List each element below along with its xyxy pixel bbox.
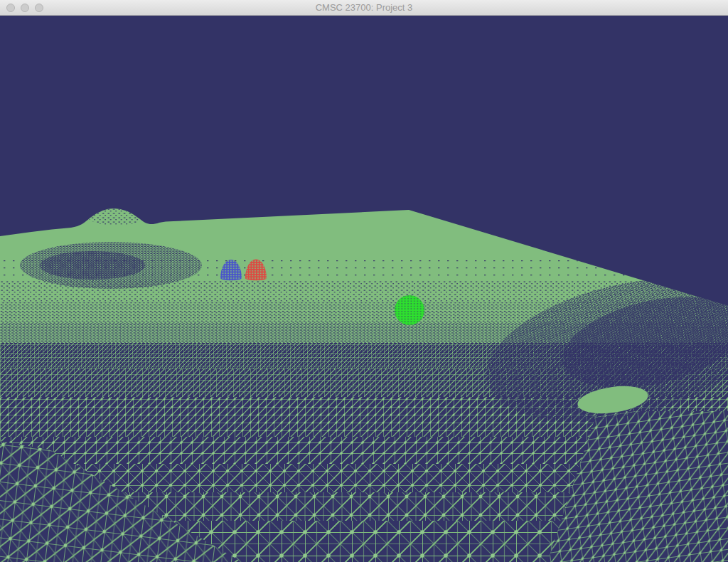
- green-sphere: [395, 295, 424, 325]
- zoom-button[interactable]: [35, 4, 43, 12]
- minimize-button[interactable]: [21, 4, 29, 12]
- app-window: CMSC 23700: Project 3: [0, 0, 728, 562]
- opengl-viewport[interactable]: [0, 16, 728, 562]
- titlebar[interactable]: CMSC 23700: Project 3: [0, 0, 728, 16]
- traffic-lights: [6, 4, 43, 12]
- close-button[interactable]: [6, 4, 15, 12]
- window-title: CMSC 23700: Project 3: [316, 0, 413, 16]
- terrain-left-crater-core: [40, 251, 145, 280]
